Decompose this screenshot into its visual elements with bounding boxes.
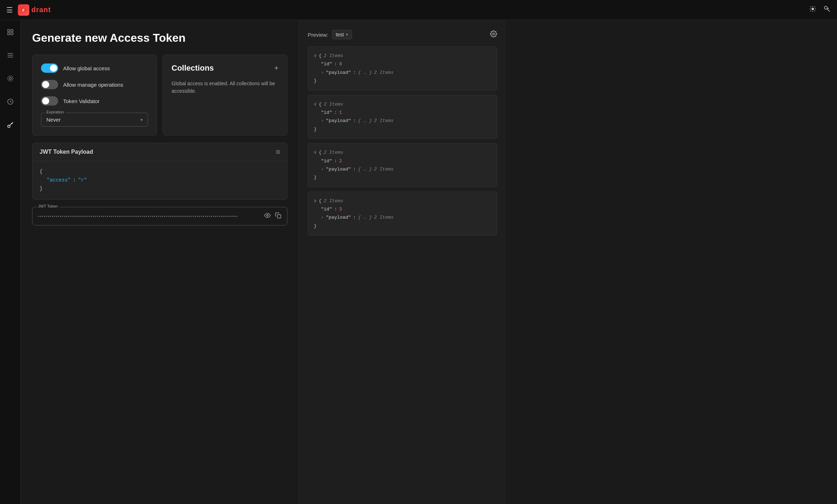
collections-title: Collections	[172, 63, 214, 73]
panel-row: Allow global access Allow manage operati…	[32, 55, 287, 136]
json-card-3-payload: › "payload": { … } 2 Items	[321, 213, 491, 222]
sidebar-item-insights[interactable]	[4, 72, 17, 87]
svg-point-11	[825, 6, 827, 9]
svg-point-23	[7, 76, 13, 81]
json-card-2-payload: › "payload": { … } 2 Items	[321, 165, 491, 173]
json-card-3-id: "id": 3	[321, 205, 491, 213]
expiration-wrapper: Expiration Never ▾	[41, 113, 148, 127]
preview-chevron-icon: ▾	[346, 32, 348, 37]
svg-line-12	[827, 9, 830, 12]
toggle-global-access[interactable]	[41, 63, 58, 73]
preview-select-value: test	[336, 32, 344, 37]
jwt-token-copy-icon[interactable]	[275, 212, 281, 220]
page-title: Generate new Access Token	[32, 31, 287, 45]
json-card-2-id: "id": 2	[321, 157, 491, 165]
json-payload-caret-3[interactable]: ›	[321, 213, 324, 222]
right-panel: Preview: test ▾ ∨ { 2 Items	[299, 20, 506, 504]
svg-rect-15	[7, 30, 10, 32]
svg-line-26	[10, 102, 11, 102]
jwt-payload-title: JWT Token Payload	[40, 149, 93, 155]
jwt-token-inner: ••••••••••••••••••••••••••••••••••••••••…	[38, 212, 281, 220]
json-card-1-close: }	[314, 125, 491, 133]
jwt-payload-panel: JWT Token Payload ⧉ { "access": "r" }	[32, 143, 287, 200]
chevron-down-icon: ▾	[141, 117, 143, 122]
jwt-token-wrapper: JWT Token ••••••••••••••••••••••••••••••…	[32, 207, 287, 225]
brand-name: drant	[31, 6, 51, 14]
toggle-row-manage: Allow manage operations	[41, 80, 148, 89]
json-card-1-header: ∨ { 2 Items	[314, 100, 491, 108]
topnav-right	[809, 5, 831, 14]
sun-icon[interactable]	[809, 5, 816, 14]
toggle-label-manage: Allow manage operations	[63, 82, 123, 88]
json-card-1-payload: › "payload": { … } 2 Items	[321, 117, 491, 125]
hamburger-icon[interactable]: ☰	[6, 6, 13, 14]
toggle-label-global: Allow global access	[63, 65, 110, 71]
json-payload-caret-2[interactable]: ›	[321, 165, 324, 173]
svg-point-33	[493, 33, 495, 35]
json-payload-caret-0[interactable]: ›	[321, 68, 324, 77]
svg-point-27	[7, 125, 10, 128]
add-collection-icon[interactable]: +	[274, 64, 279, 72]
svg-point-2	[812, 8, 814, 10]
toggle-row-global: Allow global access	[41, 63, 148, 73]
json-card-0-id: "id": 0	[321, 60, 491, 68]
layout: Generate new Access Token Allow global a…	[0, 20, 837, 504]
svg-line-8	[815, 11, 815, 11]
settings-icon[interactable]	[490, 30, 497, 39]
json-payload-caret-1[interactable]: ›	[321, 117, 324, 125]
sidebar-item-collections[interactable]	[4, 49, 17, 63]
json-cards: ∨ { 2 Items "id": 0 › "payload": { … } 2…	[308, 46, 497, 235]
json-card-0-close: }	[314, 77, 491, 85]
sidebar-item-tokens[interactable]	[4, 118, 17, 133]
brand: d drant	[18, 4, 51, 16]
jwt-token-dots: ••••••••••••••••••••••••••••••••••••••••…	[38, 214, 260, 218]
jwt-payload-copy-icon[interactable]: ⧉	[276, 149, 280, 155]
sidebar-item-dashboard[interactable]	[4, 26, 17, 40]
json-card-1: ∨ { 2 Items "id": 1 › "payload": { … } 2…	[308, 95, 497, 139]
json-card-0-header: ∨ { 2 Items	[314, 52, 491, 60]
collections-panel: Collections + Global access is enabled. …	[163, 55, 287, 136]
json-card-2: ∨ { 2 Items "id": 2 › "payload": { … } 2…	[308, 143, 497, 187]
toggle-manage-operations[interactable]	[41, 80, 58, 89]
expiration-value: Never	[46, 117, 61, 123]
toggle-row-validator: Token Validator	[41, 96, 148, 106]
key-icon[interactable]	[823, 5, 831, 14]
sidebar-item-plugins[interactable]	[4, 95, 17, 110]
json-caret-0[interactable]: ∨	[314, 52, 317, 60]
code-line-3: }	[40, 185, 280, 193]
brand-logo: d	[18, 4, 29, 16]
topnav: ☰ d drant	[0, 0, 837, 20]
json-card-3-close: }	[314, 222, 491, 230]
options-panel: Allow global access Allow manage operati…	[32, 55, 157, 136]
sidebar	[0, 20, 21, 504]
collections-message: Global access is enabled. All collection…	[172, 80, 279, 95]
json-card-0-payload: › "payload": { … } 2 Items	[321, 68, 491, 77]
svg-rect-32	[277, 215, 281, 218]
svg-line-14	[828, 8, 829, 9]
svg-point-22	[9, 77, 11, 80]
json-caret-1[interactable]: ∨	[314, 100, 317, 108]
svg-text:d: d	[22, 8, 24, 12]
json-caret-2[interactable]: ∨	[314, 148, 317, 157]
main-content: Generate new Access Token Allow global a…	[21, 20, 299, 504]
jwt-payload-code: { "access": "r" }	[32, 161, 287, 199]
code-line-1: {	[40, 168, 280, 176]
svg-line-9	[815, 7, 815, 7]
expiration-select[interactable]: Never ▾	[46, 117, 143, 123]
svg-rect-17	[7, 33, 10, 35]
svg-rect-16	[11, 30, 13, 32]
svg-rect-18	[11, 33, 13, 35]
preview-label: Preview:	[308, 32, 328, 38]
preview-select[interactable]: test ▾	[332, 30, 352, 39]
jwt-token-label: JWT Token	[37, 204, 59, 208]
collections-header: Collections +	[172, 63, 279, 73]
jwt-payload-header: JWT Token Payload ⧉	[32, 143, 287, 161]
json-caret-3[interactable]: ∨	[314, 197, 317, 205]
json-card-2-header: ∨ { 2 Items	[314, 148, 491, 157]
preview-header: Preview: test ▾	[308, 30, 497, 39]
eye-icon[interactable]	[264, 212, 271, 220]
toggle-token-validator[interactable]	[41, 96, 58, 106]
toggle-label-validator: Token Validator	[63, 98, 99, 104]
svg-line-7	[811, 7, 811, 7]
json-card-0: ∨ { 2 Items "id": 0 › "payload": { … } 2…	[308, 46, 497, 91]
